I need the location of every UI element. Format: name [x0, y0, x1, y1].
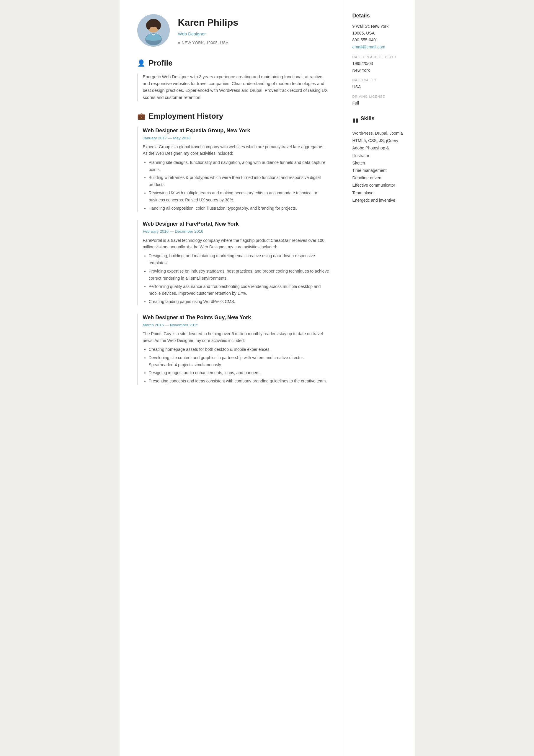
skill-1: WordPress, Drupal, Joomla	[353, 130, 407, 137]
job-start-2: February 2016	[143, 229, 169, 233]
job-entry-3: Web Designer at The Points Guy, New York…	[137, 313, 330, 385]
skill-2: HTML5, CSS, JS, jQuery	[353, 137, 407, 145]
job-bullets-3: Creating homepage assets for both deskto…	[149, 346, 330, 385]
driving-label: DRIVING LICENSE	[353, 94, 407, 99]
dob: 1995/20/03	[353, 61, 407, 67]
location: ● NEW YORK, 10005, USA	[178, 40, 238, 46]
job-bullets-2: Designing, building, and maintaining mar…	[149, 253, 330, 305]
header-info: Karen Philips Web Designer ● NEW YORK, 1…	[178, 15, 238, 45]
job-desc-1: Expedia Group is a global travel company…	[143, 144, 330, 157]
bullet-3-2: Developing site content and graphics in …	[149, 354, 330, 368]
profile-section: 👤 Profile Energetic Web Designer with 3 …	[137, 57, 330, 101]
bullet-1-4: Handling all composition, color, illustr…	[149, 205, 330, 212]
bullet-2-4: Creating landing pages using WordPress C…	[149, 298, 330, 305]
details-title: Details	[353, 12, 407, 20]
job-dates-1: January 2017 — May 2018	[143, 135, 330, 141]
job-end-1: May 2018	[173, 136, 190, 140]
bullet-1-2: Building wireframes & prototypes which w…	[149, 174, 330, 188]
job-title-2: Web Designer at FarePortal, New York	[143, 220, 330, 228]
main-content: Karen Philips Web Designer ● NEW YORK, 1…	[120, 0, 344, 756]
birthplace: New York	[353, 67, 407, 73]
job-end-2: December 2016	[175, 229, 203, 233]
address-line2: 10005, USA	[353, 30, 407, 36]
nationality: USA	[353, 84, 407, 90]
job-dates-3: March 2015 — November 2015	[143, 322, 330, 328]
profile-header: 👤 Profile	[137, 57, 330, 69]
job-dates-2: February 2016 — December 2016	[143, 229, 330, 234]
employment-title: Employment History	[149, 110, 224, 122]
svg-point-5	[156, 21, 161, 30]
job-separator-1: —	[168, 136, 173, 140]
job-title-3: Web Designer at The Points Guy, New York	[143, 313, 330, 322]
bullet-2-2: Providing expertise on industry standard…	[149, 268, 330, 282]
skills-list: WordPress, Drupal, Joomla HTML5, CSS, JS…	[353, 130, 407, 204]
job-separator-3: —	[165, 323, 170, 327]
nationality-label: NATIONALITY	[353, 78, 407, 83]
profile-text: Energetic Web Designer with 3 years expe…	[137, 73, 330, 101]
bullet-3-1: Creating homepage assets for both deskto…	[149, 346, 330, 353]
bullet-2-1: Designing, building, and maintaining mar…	[149, 253, 330, 267]
resume-header: Karen Philips Web Designer ● NEW YORK, 1…	[137, 14, 330, 47]
skill-7: Effective communicator	[353, 182, 407, 189]
bullet-3-4: Presenting concepts and ideas consistent…	[149, 378, 330, 385]
bullet-3-3: Designing images, audio enhancements, ic…	[149, 369, 330, 377]
skills-title: Skills	[361, 115, 375, 122]
job-end-3: November 2015	[170, 323, 199, 327]
driving: Full	[353, 100, 407, 106]
skill-4: Sketch	[353, 159, 407, 167]
page-wrapper: Karen Philips Web Designer ● NEW YORK, 1…	[120, 0, 415, 756]
job-start-3: March 2015	[143, 323, 164, 327]
job-entry-1: Web Designer at Expedia Group, New York …	[137, 127, 330, 212]
candidate-name: Karen Philips	[178, 15, 238, 30]
details-section: Details 9 Wall St, New York, 10005, USA …	[353, 12, 407, 106]
dob-label: DATE / PLACE OF BIRTH	[353, 55, 407, 60]
skills-header: ▮▮ Skills	[353, 115, 407, 126]
svg-point-4	[146, 21, 151, 30]
email-link[interactable]: email@email.com	[353, 44, 385, 49]
location-icon: ●	[178, 40, 180, 46]
skills-section: ▮▮ Skills WordPress, Drupal, Joomla HTML…	[353, 115, 407, 204]
location-text: NEW YORK, 10005, USA	[182, 40, 228, 46]
address-line1: 9 Wall St, New York,	[353, 23, 407, 30]
skill-8: Team player	[353, 189, 407, 197]
avatar	[137, 14, 170, 47]
phone: 890-555-0401	[353, 37, 407, 43]
skills-icon: ▮▮	[353, 116, 359, 124]
bullet-1-1: Planning site designs, functionality and…	[149, 159, 330, 173]
profile-title: Profile	[149, 57, 173, 69]
job-start-1: January 2017	[143, 136, 167, 140]
employment-header: 💼 Employment History	[137, 110, 330, 122]
job-title: Web Designer	[178, 31, 238, 38]
job-desc-2: FarePortal is a travel technology compan…	[143, 237, 330, 251]
job-bullets-1: Planning site designs, functionality and…	[149, 159, 330, 212]
bullet-2-3: Performing quality assurance and trouble…	[149, 283, 330, 297]
job-desc-3: The Points Guy is a site devoted to help…	[143, 331, 330, 344]
job-entry-2: Web Designer at FarePortal, New York Feb…	[137, 220, 330, 305]
skill-9: Energetic and inventive	[353, 197, 407, 204]
skill-6: Deadline-driven	[353, 174, 407, 182]
employment-section: 💼 Employment History Web Designer at Exp…	[137, 110, 330, 385]
employment-icon: 💼	[137, 111, 145, 121]
bullet-1-3: Reviewing UX with multiple teams and mak…	[149, 190, 330, 204]
job-title-1: Web Designer at Expedia Group, New York	[143, 127, 330, 135]
skill-3: Adobe Photoshop & Illustrator	[353, 145, 407, 159]
skill-5: Time management	[353, 167, 407, 174]
profile-icon: 👤	[137, 58, 145, 68]
sidebar: Details 9 Wall St, New York, 10005, USA …	[344, 0, 415, 756]
job-separator-2: —	[170, 229, 175, 233]
